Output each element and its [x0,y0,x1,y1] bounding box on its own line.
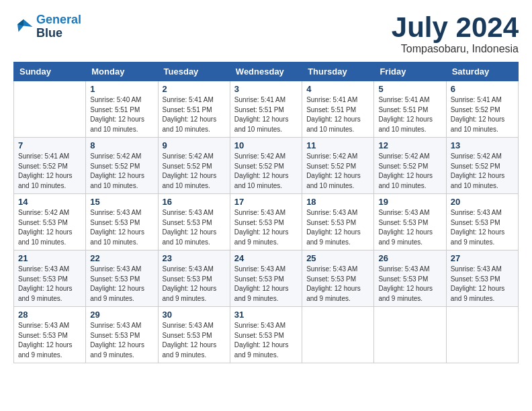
calendar-cell: 13 Sunrise: 5:42 AM Sunset: 5:52 PM Dayl… [446,138,518,194]
day-number: 16 [163,197,226,207]
day-number: 24 [234,253,298,263]
day-cell-content: Sunrise: 5:42 AM Sunset: 5:52 PM Dayligh… [234,152,298,191]
day-header-monday: Monday [86,62,158,81]
day-header-saturday: Saturday [446,62,518,81]
day-number: 19 [378,197,441,207]
day-number: 13 [451,140,514,150]
calendar-cell: 23 Sunrise: 5:43 AM Sunset: 5:53 PM Dayl… [158,250,230,307]
day-cell-content: Sunrise: 5:43 AM Sunset: 5:53 PM Dayligh… [163,265,226,304]
day-cell-content: Sunrise: 5:43 AM Sunset: 5:53 PM Dayligh… [451,265,514,304]
day-cell-content: Sunrise: 5:42 AM Sunset: 5:53 PM Dayligh… [18,208,81,247]
day-number: 9 [163,140,226,150]
calendar-cell: 12 Sunrise: 5:42 AM Sunset: 5:52 PM Dayl… [374,138,446,194]
day-cell-content: Sunrise: 5:42 AM Sunset: 5:52 PM Dayligh… [163,152,226,191]
day-cell-content: Sunrise: 5:43 AM Sunset: 5:53 PM Dayligh… [163,208,226,247]
calendar-cell [302,307,374,363]
day-number: 30 [163,310,226,320]
logo: GeneralBlue [13,13,81,40]
calendar-cell: 27 Sunrise: 5:43 AM Sunset: 5:53 PM Dayl… [446,250,518,307]
day-number: 31 [234,310,298,320]
day-cell-content: Sunrise: 5:41 AM Sunset: 5:51 PM Dayligh… [234,95,298,134]
day-cell-content: Sunrise: 5:42 AM Sunset: 5:52 PM Dayligh… [306,152,369,191]
day-number: 8 [90,140,153,150]
calendar-cell: 25 Sunrise: 5:43 AM Sunset: 5:53 PM Dayl… [302,250,374,307]
calendar-cell: 7 Sunrise: 5:41 AM Sunset: 5:52 PM Dayli… [14,138,86,194]
day-header-wednesday: Wednesday [230,62,302,81]
calendar-cell: 17 Sunrise: 5:43 AM Sunset: 5:53 PM Dayl… [230,194,302,250]
day-cell-content: Sunrise: 5:43 AM Sunset: 5:53 PM Dayligh… [234,321,298,360]
day-number: 28 [18,310,81,320]
day-number: 11 [306,140,369,150]
day-cell-content: Sunrise: 5:43 AM Sunset: 5:53 PM Dayligh… [90,208,153,247]
day-number: 27 [451,253,514,263]
day-number: 12 [378,140,441,150]
calendar-cell: 30 Sunrise: 5:43 AM Sunset: 5:53 PM Dayl… [158,307,230,363]
calendar-cell: 29 Sunrise: 5:43 AM Sunset: 5:53 PM Dayl… [86,307,158,363]
calendar-header-row: SundayMondayTuesdayWednesdayThursdayFrid… [14,62,519,81]
calendar-cell: 26 Sunrise: 5:43 AM Sunset: 5:53 PM Dayl… [374,250,446,307]
day-number: 22 [90,253,153,263]
logo-text: GeneralBlue [36,13,81,40]
day-header-thursday: Thursday [302,62,374,81]
day-number: 25 [306,253,369,263]
day-cell-content: Sunrise: 5:43 AM Sunset: 5:53 PM Dayligh… [18,321,81,360]
calendar-cell: 2 Sunrise: 5:41 AM Sunset: 5:51 PM Dayli… [158,81,230,138]
calendar-cell: 5 Sunrise: 5:41 AM Sunset: 5:51 PM Dayli… [374,81,446,138]
day-number: 3 [234,84,298,94]
calendar-cell: 11 Sunrise: 5:42 AM Sunset: 5:52 PM Dayl… [302,138,374,194]
day-number: 2 [163,84,226,94]
calendar-cell [446,307,518,363]
day-header-friday: Friday [374,62,446,81]
logo-icon [13,17,34,37]
calendar-cell: 14 Sunrise: 5:42 AM Sunset: 5:53 PM Dayl… [14,194,86,250]
day-cell-content: Sunrise: 5:42 AM Sunset: 5:52 PM Dayligh… [90,152,153,191]
calendar-week-row: 21 Sunrise: 5:43 AM Sunset: 5:53 PM Dayl… [14,250,519,307]
day-cell-content: Sunrise: 5:43 AM Sunset: 5:53 PM Dayligh… [451,208,514,247]
day-cell-content: Sunrise: 5:43 AM Sunset: 5:53 PM Dayligh… [306,208,369,247]
day-cell-content: Sunrise: 5:40 AM Sunset: 5:51 PM Dayligh… [90,95,153,134]
day-number: 20 [451,197,514,207]
day-number: 4 [306,84,369,94]
day-cell-content: Sunrise: 5:43 AM Sunset: 5:53 PM Dayligh… [18,265,81,304]
location-title: Tompasobaru, Indonesia [392,43,519,55]
day-number: 10 [234,140,298,150]
calendar-week-row: 14 Sunrise: 5:42 AM Sunset: 5:53 PM Dayl… [14,194,519,250]
calendar-cell: 6 Sunrise: 5:41 AM Sunset: 5:52 PM Dayli… [446,81,518,138]
day-number: 17 [234,197,298,207]
day-cell-content: Sunrise: 5:42 AM Sunset: 5:52 PM Dayligh… [451,152,514,191]
day-number: 23 [163,253,226,263]
calendar-cell: 24 Sunrise: 5:43 AM Sunset: 5:53 PM Dayl… [230,250,302,307]
calendar-cell: 18 Sunrise: 5:43 AM Sunset: 5:53 PM Dayl… [302,194,374,250]
day-cell-content: Sunrise: 5:43 AM Sunset: 5:53 PM Dayligh… [234,265,298,304]
day-cell-content: Sunrise: 5:42 AM Sunset: 5:52 PM Dayligh… [378,152,441,191]
calendar-cell: 15 Sunrise: 5:43 AM Sunset: 5:53 PM Dayl… [86,194,158,250]
calendar-cell: 21 Sunrise: 5:43 AM Sunset: 5:53 PM Dayl… [14,250,86,307]
day-header-sunday: Sunday [14,62,86,81]
day-cell-content: Sunrise: 5:43 AM Sunset: 5:53 PM Dayligh… [90,321,153,360]
calendar-cell: 10 Sunrise: 5:42 AM Sunset: 5:52 PM Dayl… [230,138,302,194]
calendar-cell: 9 Sunrise: 5:42 AM Sunset: 5:52 PM Dayli… [158,138,230,194]
calendar-table: SundayMondayTuesdayWednesdayThursdayFrid… [13,62,519,363]
day-cell-content: Sunrise: 5:41 AM Sunset: 5:52 PM Dayligh… [451,95,514,134]
day-number: 15 [90,197,153,207]
day-cell-content: Sunrise: 5:41 AM Sunset: 5:51 PM Dayligh… [306,95,369,134]
day-cell-content: Sunrise: 5:43 AM Sunset: 5:53 PM Dayligh… [378,265,441,304]
day-number: 18 [306,197,369,207]
day-number: 6 [451,84,514,94]
calendar-cell: 8 Sunrise: 5:42 AM Sunset: 5:52 PM Dayli… [86,138,158,194]
day-number: 1 [90,84,153,94]
calendar-cell: 28 Sunrise: 5:43 AM Sunset: 5:53 PM Dayl… [14,307,86,363]
calendar-cell [374,307,446,363]
title-area: July 2024 Tompasobaru, Indonesia [392,13,519,55]
day-cell-content: Sunrise: 5:43 AM Sunset: 5:53 PM Dayligh… [90,265,153,304]
calendar-week-row: 7 Sunrise: 5:41 AM Sunset: 5:52 PM Dayli… [14,138,519,194]
day-cell-content: Sunrise: 5:41 AM Sunset: 5:51 PM Dayligh… [163,95,226,134]
calendar-cell: 19 Sunrise: 5:43 AM Sunset: 5:53 PM Dayl… [374,194,446,250]
svg-marker-0 [17,19,33,32]
day-number: 21 [18,253,81,263]
day-number: 7 [18,140,81,150]
month-title: July 2024 [392,13,519,42]
day-cell-content: Sunrise: 5:43 AM Sunset: 5:53 PM Dayligh… [234,208,298,247]
day-number: 14 [18,197,81,207]
calendar-cell: 1 Sunrise: 5:40 AM Sunset: 5:51 PM Dayli… [86,81,158,138]
